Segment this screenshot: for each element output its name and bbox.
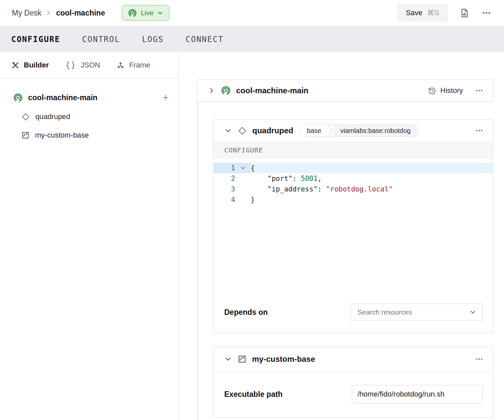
breadcrumb-separator-icon [46,10,51,16]
depends-on-select[interactable]: Search resources [351,304,483,321]
more-options-icon[interactable] [482,8,491,18]
header-actions: Save ⌘S [398,4,491,21]
quadruped-card-header[interactable]: quadruped base viamlabs:base:robotdog [214,119,493,142]
machine-part-card-header[interactable]: cool-machine-main History [197,80,493,102]
mode-tab-builder[interactable]: Builder [11,61,49,69]
chevron-down-icon [470,309,476,315]
config-mode-tabs: Builder {} JSON Frame [0,52,179,79]
component-type-badge: base viamlabs:base:robotdog [300,124,418,137]
code-line[interactable]: 2 "port": 5001, [214,173,493,184]
config-sidebar: Builder {} JSON Frame cool-machine-main … [0,52,179,420]
tree-child-label: quadruped [35,112,70,121]
quadruped-component-card: quadruped base viamlabs:base:robotdog CO… [213,119,493,333]
mode-tab-json[interactable]: {} JSON [65,61,100,70]
chevron-down-icon [157,10,163,16]
code-text[interactable]: } [251,194,493,205]
code-line[interactable]: 3 "ip_address": "robotdog.local" [214,184,493,194]
component-title: quadruped [252,126,293,135]
badge-divider-icon [328,125,333,137]
code-line[interactable]: 1{ [214,163,493,173]
more-options-icon[interactable] [475,355,483,363]
broadcast-icon [221,86,231,96]
module-title: my-custom-base [252,355,315,364]
executable-path-label: Executable path [224,390,282,399]
chevron-down-icon[interactable] [225,127,231,134]
config-main-panel: cool-machine-main History quadruped bas [179,52,504,420]
module-icon [237,355,247,364]
resource-tree: cool-machine-main + quadruped my-custom-… [0,79,179,142]
braces-icon: {} [65,61,76,70]
breadcrumb-root-link[interactable]: My Desk [12,9,41,18]
axes-icon [116,61,125,69]
tab-connect[interactable]: CONNECT [186,35,224,44]
live-status-label: Live [141,9,154,17]
code-editor[interactable]: 1{2 "port": 5001,3 "ip_address": "robotd… [214,158,493,205]
more-options-icon[interactable] [475,126,483,135]
save-shortcut: ⌘S [427,9,439,17]
history-label: History [441,86,463,95]
code-text[interactable]: "ip_address": "robotdog.local" [251,184,493,194]
history-clock-icon [428,86,437,95]
module-card-body: Executable path [214,371,493,417]
code-line[interactable]: 4} [214,194,493,205]
component-diamond-icon [21,112,30,121]
tree-item-machine-part[interactable]: cool-machine-main + [0,90,179,105]
tree-root-label: cool-machine-main [28,93,98,102]
save-label: Save [406,9,422,17]
top-header: My Desk cool-machine Live Save ⌘S [0,0,504,26]
file-chart-icon[interactable] [459,8,470,18]
line-number: 4 [214,194,235,205]
code-text[interactable]: { [251,163,493,173]
tree-item-my-custom-base[interactable]: my-custom-base [0,128,179,142]
live-status-dropdown[interactable]: Live [122,5,170,21]
module-card-header[interactable]: my-custom-base [214,347,493,371]
badge-model-label: viamlabs:base:robotdog [333,125,418,137]
depends-on-row: Depends on Search resources [224,304,483,321]
configure-section-label: CONFIGURE [214,142,493,158]
save-button[interactable]: Save ⌘S [398,4,447,21]
nesting-indent-line [197,102,198,420]
mode-tab-frame-label: Frame [129,61,150,69]
line-number: 3 [214,184,235,194]
chevron-right-icon[interactable] [208,87,215,94]
mode-tab-frame[interactable]: Frame [116,61,150,69]
tree-child-label: my-custom-base [35,131,89,140]
broadcast-icon [128,9,137,18]
machine-nav-tabs: CONFIGURE CONTROL LOGS CONNECT [0,26,504,52]
more-options-icon[interactable] [475,86,483,95]
machine-name: cool-machine [56,9,105,18]
fold-chevron-icon[interactable] [235,163,251,173]
breadcrumb: My Desk cool-machine [12,9,105,18]
line-number: 2 [214,173,235,184]
my-custom-base-module-card: my-custom-base Executable path [213,347,493,417]
broadcast-icon [13,93,23,103]
tools-icon [11,61,20,69]
mode-tab-builder-label: Builder [24,61,49,69]
depends-on-label: Depends on [224,308,268,317]
machine-part-title: cool-machine-main [236,86,309,95]
line-number: 1 [214,163,235,173]
badge-type-label: base [300,125,328,137]
chevron-down-icon[interactable] [225,356,231,362]
module-icon [21,131,30,140]
tab-configure[interactable]: CONFIGURE [11,35,60,44]
mode-tab-json-label: JSON [81,61,100,69]
tree-item-quadruped[interactable]: quadruped [0,110,179,124]
add-resource-button[interactable]: + [162,92,169,103]
depends-on-placeholder: Search resources [357,308,412,316]
tab-control[interactable]: CONTROL [82,35,120,44]
component-diamond-icon [237,126,247,136]
tab-logs[interactable]: LOGS [142,35,164,44]
history-button[interactable]: History [428,86,463,95]
machine-part-card: cool-machine-main History [197,79,493,102]
executable-path-input[interactable] [352,385,483,403]
code-text[interactable]: "port": 5001, [251,173,493,184]
